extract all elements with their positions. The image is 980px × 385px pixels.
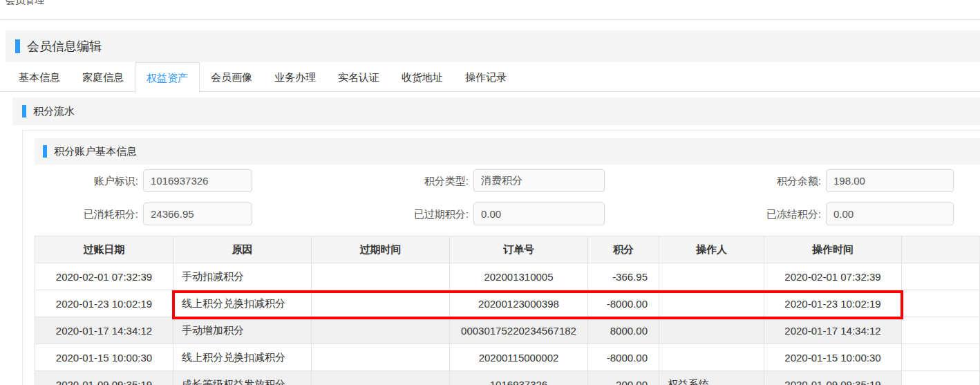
cell-order-number: 20200115000002 — [450, 344, 588, 371]
account-id-label: 账户标识: — [55, 169, 138, 192]
table-row: 2020-02-01 07:32:39 手动扣减积分 202001310005 … — [35, 263, 980, 290]
cell-reason: 手动扣减积分 — [173, 263, 312, 290]
cell-expire-time — [312, 317, 450, 344]
cell-expire-time — [312, 344, 450, 371]
col-reason: 原因 — [173, 236, 312, 263]
points-type-input[interactable] — [473, 169, 605, 192]
field-account-id: 账户标识: — [55, 169, 252, 192]
points-flow-title: 积分流水 — [33, 97, 75, 125]
cell-order-number: 00030175220234567182 — [450, 317, 588, 344]
account-id-input[interactable] — [143, 169, 252, 192]
table-row: 2020-01-15 10:00:30 线上积分兑换扣减积分 202001150… — [35, 344, 980, 371]
expired-points-input[interactable] — [473, 203, 605, 225]
cell-expire-time — [312, 263, 450, 290]
cell-points: 8000.00 — [588, 317, 659, 344]
cell-extra — [902, 344, 980, 371]
points-account-header: 积分账户基本信息 — [35, 138, 980, 165]
tab-operation-records[interactable]: 操作记录 — [454, 62, 518, 92]
cell-reason: 线上积分兑换扣减积分 — [173, 290, 312, 317]
cell-order-number: 202001310005 — [450, 263, 588, 290]
col-order-number: 订单号 — [450, 236, 588, 263]
cell-reason: 成长等级权益发放积分 — [173, 371, 312, 385]
field-expired-points: 已过期积分: — [386, 203, 605, 225]
col-posting-date: 过账日期 — [35, 236, 173, 263]
cell-operation-time: 2020-01-17 14:34:12 — [764, 317, 902, 344]
cell-reason: 线上积分兑换扣减积分 — [173, 344, 312, 371]
cell-extra — [902, 263, 980, 290]
col-expire-time: 过期时间 — [312, 236, 450, 263]
cell-posting-date: 2020-01-09 09:35:19 — [35, 371, 173, 385]
col-extra — [902, 236, 980, 263]
cell-operation-time: 2020-01-15 10:00:30 — [764, 344, 902, 371]
tab-shipping-address[interactable]: 收货地址 — [390, 62, 454, 92]
table-row: 2020-01-09 09:35:19 成长等级权益发放积分 101693732… — [35, 371, 980, 385]
tab-business-handling[interactable]: 业务办理 — [263, 62, 327, 92]
cell-points: -8000.00 — [588, 344, 659, 371]
breadcrumb[interactable]: 会员管理 — [6, 0, 44, 7]
table-row: 2020-01-17 14:34:12 手动增加积分 0003017522023… — [35, 317, 980, 344]
cell-operation-time: 2020-01-23 10:02:19 — [764, 290, 902, 317]
cell-extra — [902, 371, 980, 385]
points-balance-input[interactable] — [826, 169, 954, 192]
cell-order-number: 1016937326 — [450, 371, 588, 385]
tab-rights-assets[interactable]: 权益资产 — [135, 62, 200, 93]
cell-operator — [659, 344, 764, 371]
cell-operator — [659, 290, 764, 317]
cell-operation-time: 2020-01-09 09:35:19 — [764, 371, 902, 385]
col-points: 积分 — [588, 236, 659, 263]
cell-operation-time: 2020-02-01 07:32:39 — [764, 263, 902, 290]
cell-extra — [902, 290, 980, 317]
page-title-bar: 会员信息编辑 — [6, 30, 980, 62]
points-balance-label: 积分余额: — [738, 169, 821, 192]
tab-member-portrait[interactable]: 会员画像 — [200, 62, 263, 92]
consumed-points-input[interactable] — [143, 203, 252, 225]
col-operation-time: 操作时间 — [764, 236, 902, 263]
top-divider — [0, 19, 980, 20]
field-points-balance: 积分余额: — [738, 169, 954, 192]
page-title: 会员信息编辑 — [27, 30, 102, 62]
frozen-points-input[interactable] — [826, 203, 954, 225]
cell-order-number: 20200123000398 — [450, 290, 588, 317]
tab-bar: 基本信息 家庭信息 权益资产 会员画像 业务办理 实名认证 收货地址 操作记录 — [8, 62, 518, 93]
cell-posting-date: 2020-01-15 10:00:30 — [35, 344, 173, 371]
points-type-label: 积分类型: — [386, 169, 469, 192]
tab-real-name-auth[interactable]: 实名认证 — [327, 62, 390, 92]
points-account-title: 积分账户基本信息 — [54, 138, 137, 165]
cell-reason: 手动增加积分 — [173, 317, 312, 344]
title-accent-bar-icon — [15, 39, 20, 53]
section-accent-bar-icon — [22, 105, 26, 118]
points-flow-section-header: 积分流水 — [12, 97, 980, 125]
cell-posting-date: 2020-01-17 14:34:12 — [35, 317, 173, 344]
table-row-highlighted: 2020-01-23 10:02:19 线上积分兑换扣减积分 202001230… — [35, 290, 980, 317]
tab-basic-info[interactable]: 基本信息 — [8, 62, 71, 92]
cell-posting-date: 2020-02-01 07:32:39 — [35, 263, 173, 290]
cell-operator: 权益系统 — [659, 371, 764, 385]
cell-extra — [902, 317, 980, 344]
cell-posting-date: 2020-01-23 10:02:19 — [35, 290, 173, 317]
col-operator: 操作人 — [659, 236, 764, 263]
expired-points-label: 已过期积分: — [386, 203, 469, 225]
cell-expire-time — [312, 371, 450, 385]
table-header-row: 过账日期 原因 过期时间 订单号 积分 操作人 操作时间 — [35, 236, 980, 263]
cell-points: 200.00 — [588, 371, 659, 385]
cell-points: -366.95 — [588, 263, 659, 290]
cell-points: -8000.00 — [588, 290, 659, 317]
field-frozen-points: 已冻结积分: — [738, 203, 954, 225]
cell-operator — [659, 263, 764, 290]
cell-operator — [659, 317, 764, 344]
frozen-points-label: 已冻结积分: — [738, 203, 821, 225]
field-points-type: 积分类型: — [386, 169, 605, 192]
field-consumed-points: 已消耗积分: — [55, 203, 252, 225]
tab-family-info[interactable]: 家庭信息 — [71, 62, 135, 92]
cell-expire-time — [312, 290, 450, 317]
panel-accent-bar-icon — [43, 145, 47, 158]
consumed-points-label: 已消耗积分: — [55, 203, 138, 225]
points-flow-table: 过账日期 原因 过期时间 订单号 积分 操作人 操作时间 2020-02-01 … — [35, 236, 980, 385]
